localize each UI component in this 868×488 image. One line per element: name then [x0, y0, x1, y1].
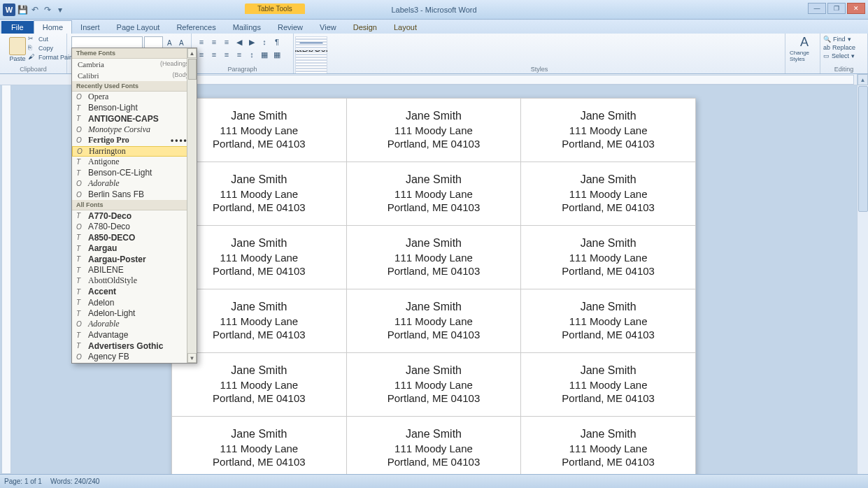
shading-button[interactable]: ▦	[259, 49, 270, 60]
tab-mailings[interactable]: Mailings	[225, 21, 269, 34]
font-option[interactable]: OA780-Deco	[72, 222, 197, 233]
dropdown-scroll-up[interactable]: ▲	[187, 48, 197, 58]
quick-access-toolbar: W 💾 ↶ ↷ ▾	[0, 3, 66, 16]
styles-group-label: Styles	[294, 66, 785, 73]
vertical-scrollbar[interactable]: ▲	[857, 74, 868, 474]
dropdown-scroll-thumb[interactable]	[188, 59, 197, 80]
ribbon-tabs: File Home Insert Page Layout References …	[0, 20, 868, 34]
label-cell[interactable]: Jane Smith111 Moody LanePortland, ME 041…	[346, 417, 521, 475]
font-option[interactable]: TABILENE	[72, 265, 197, 276]
tab-home[interactable]: Home	[34, 20, 72, 34]
qat-more-icon[interactable]: ▾	[55, 4, 66, 15]
theme-font-option[interactable]: Cambria(Headings)	[72, 59, 197, 70]
multilevel-button[interactable]: ≡	[221, 36, 232, 48]
font-option[interactable]: TBenson-CE-Light	[72, 168, 197, 179]
font-option[interactable]: OAdorable	[72, 319, 197, 330]
font-option[interactable]: TAntigone	[72, 157, 197, 168]
word-count[interactable]: Words: 240/240	[50, 478, 99, 485]
label-cell[interactable]: Jane Smith111 Moody LanePortland, ME 041…	[521, 289, 696, 353]
label-cell[interactable]: Jane Smith111 Moody LanePortland, ME 041…	[172, 162, 347, 226]
page-indicator[interactable]: Page: 1 of 1	[4, 478, 42, 485]
font-option[interactable]: TAccent	[72, 287, 197, 298]
vertical-ruler[interactable]	[1, 74, 11, 474]
font-option[interactable]: OAdorable	[72, 178, 197, 189]
change-styles-button[interactable]: A Change Styles	[790, 35, 819, 62]
select-button[interactable]: ▭Select ▾	[823, 52, 865, 59]
shrink-font-button[interactable]: A	[176, 37, 187, 48]
line-spacing-button[interactable]: ↕	[246, 49, 257, 60]
font-option[interactable]: TAdelon	[72, 297, 197, 308]
label-cell[interactable]: Jane Smith111 Moody LanePortland, ME 041…	[521, 417, 696, 475]
save-icon[interactable]: 💾	[17, 4, 28, 15]
find-button[interactable]: 🔍Find ▾	[823, 36, 865, 43]
tab-design[interactable]: Design	[345, 21, 385, 34]
undo-icon[interactable]: ↶	[29, 4, 41, 15]
restore-button[interactable]: ❐	[827, 3, 846, 14]
font-option[interactable]: OFertigo Pro•••••	[72, 135, 197, 146]
scroll-up-button[interactable]: ▲	[858, 74, 868, 85]
font-option[interactable]: TAdelon-Light	[72, 308, 197, 320]
justify-button[interactable]: ≡	[234, 49, 245, 60]
minimize-button[interactable]: —	[808, 3, 826, 14]
document-title: Labels3 - Microsoft Word	[391, 6, 476, 14]
bullets-button[interactable]: ≡	[196, 36, 207, 48]
decrease-indent-button[interactable]: ◀	[234, 36, 245, 48]
numbering-button[interactable]: ≡	[208, 36, 220, 48]
label-cell[interactable]: Jane Smith111 Moody LanePortland, ME 041…	[172, 353, 347, 417]
copy-icon: ⎘	[28, 44, 36, 52]
label-cell[interactable]: Jane Smith111 Moody LanePortland, ME 041…	[521, 353, 696, 417]
dropdown-scroll-down[interactable]: ▼	[187, 353, 197, 363]
grow-font-button[interactable]: A	[164, 37, 175, 48]
font-option[interactable]: TANTIGONE-CAPS	[72, 113, 197, 124]
replace-button[interactable]: abReplace	[823, 44, 865, 51]
label-cell[interactable]: Jane Smith111 Moody LanePortland, ME 041…	[172, 289, 347, 353]
font-option[interactable]: TAargau	[72, 243, 197, 254]
label-cell[interactable]: Jane Smith111 Moody LanePortland, ME 041…	[521, 99, 696, 162]
tab-references[interactable]: References	[168, 21, 224, 34]
font-option[interactable]: OBerlin Sans FB	[72, 189, 197, 201]
font-option[interactable]: TA850-DECO	[72, 232, 197, 243]
show-marks-button[interactable]: ¶	[271, 36, 283, 48]
font-option[interactable]: OOpera	[72, 92, 197, 103]
align-center-button[interactable]: ≡	[208, 49, 220, 60]
label-cell[interactable]: Jane Smith111 Moody LanePortland, ME 041…	[172, 226, 347, 289]
font-option[interactable]: OHarrington	[72, 146, 197, 157]
label-cell[interactable]: Jane Smith111 Moody LanePortland, ME 041…	[346, 353, 521, 417]
font-option[interactable]: TBenson-Light	[72, 103, 197, 114]
align-right-button[interactable]: ≡	[221, 49, 232, 60]
dropdown-scrollbar[interactable]: ▲ ▼	[187, 48, 197, 363]
tab-review[interactable]: Review	[269, 21, 311, 34]
theme-font-option[interactable]: Calibri(Body)	[72, 70, 197, 81]
label-cell[interactable]: Jane Smith111 Moody LanePortland, ME 041…	[172, 417, 347, 475]
font-option[interactable]: TAdvantage	[72, 330, 197, 341]
label-cell[interactable]: Jane Smith111 Moody LanePortland, ME 041…	[346, 289, 521, 353]
font-option[interactable]: OAgency FB	[72, 352, 197, 363]
label-cell[interactable]: Jane Smith111 Moody LanePortland, ME 041…	[346, 99, 521, 162]
borders-button[interactable]: ▦	[271, 49, 283, 60]
label-cell[interactable]: Jane Smith111 Moody LanePortland, ME 041…	[521, 162, 696, 226]
document-page[interactable]: Jane Smith111 Moody LanePortland, ME 041…	[171, 98, 696, 474]
font-option[interactable]: OAharoniאבגד הוז	[72, 362, 197, 364]
font-option[interactable]: TAbottOldStyle	[72, 275, 197, 287]
label-cell[interactable]: Jane Smith111 Moody LanePortland, ME 041…	[521, 226, 696, 289]
font-option[interactable]: TA770-Deco	[72, 210, 197, 222]
redo-icon[interactable]: ↷	[42, 4, 53, 15]
paste-button[interactable]: Paste	[4, 35, 31, 64]
increase-indent-button[interactable]: ▶	[246, 36, 257, 48]
tab-page-layout[interactable]: Page Layout	[108, 21, 169, 34]
close-button[interactable]: ✕	[847, 3, 865, 14]
tab-layout[interactable]: Layout	[385, 21, 425, 34]
tab-file[interactable]: File	[1, 21, 34, 34]
scroll-thumb[interactable]	[858, 86, 868, 212]
label-cell[interactable]: Jane Smith111 Moody LanePortland, ME 041…	[346, 226, 521, 289]
label-cell[interactable]: Jane Smith111 Moody LanePortland, ME 041…	[346, 162, 521, 226]
font-option[interactable]: TAdvertisers Gothic	[72, 340, 197, 352]
sort-button[interactable]: ↕	[259, 36, 270, 48]
font-option[interactable]: OMonotype Corsiva	[72, 124, 197, 136]
label-cell[interactable]: Jane Smith111 Moody LanePortland, ME 041…	[172, 99, 347, 162]
tab-view[interactable]: View	[311, 21, 345, 34]
align-left-button[interactable]: ≡	[196, 49, 207, 60]
horizontal-ruler[interactable]	[182, 75, 854, 85]
font-option[interactable]: TAargau-Poster	[72, 254, 197, 265]
tab-insert[interactable]: Insert	[72, 21, 108, 34]
